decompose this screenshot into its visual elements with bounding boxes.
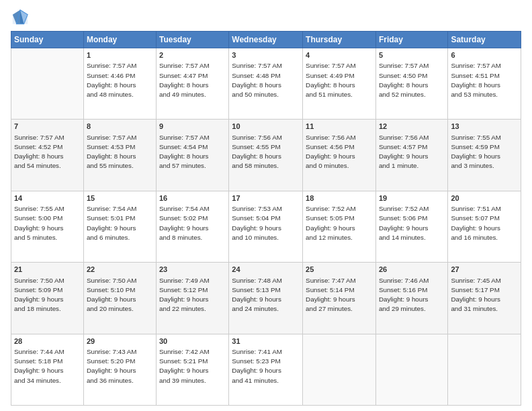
calendar-cell: 23Sunrise: 7:49 AMSunset: 5:12 PMDayligh… xyxy=(156,263,228,334)
day-info: Sunrise: 7:54 AMSunset: 5:02 PMDaylight:… xyxy=(159,204,226,242)
calendar-cell xyxy=(303,334,376,405)
logo xyxy=(11,8,32,27)
day-info: Sunrise: 7:42 AMSunset: 5:21 PMDaylight:… xyxy=(159,347,226,385)
day-number: 3 xyxy=(232,50,300,60)
calendar-cell: 28Sunrise: 7:44 AMSunset: 5:18 PMDayligh… xyxy=(11,334,84,405)
calendar-cell: 22Sunrise: 7:50 AMSunset: 5:10 PMDayligh… xyxy=(83,263,156,334)
day-info: Sunrise: 7:57 AMSunset: 4:47 PMDaylight:… xyxy=(159,61,226,99)
day-number: 9 xyxy=(159,122,226,132)
day-number: 29 xyxy=(87,336,153,347)
calendar-week-row: 7Sunrise: 7:57 AMSunset: 4:52 PMDaylight… xyxy=(11,120,521,191)
day-info: Sunrise: 7:53 AMSunset: 5:04 PMDaylight:… xyxy=(232,204,300,242)
day-number: 25 xyxy=(306,265,373,275)
day-number: 2 xyxy=(159,50,226,60)
calendar-cell: 21Sunrise: 7:50 AMSunset: 5:09 PMDayligh… xyxy=(11,263,84,334)
calendar-cell: 30Sunrise: 7:42 AMSunset: 5:21 PMDayligh… xyxy=(156,334,228,405)
day-info: Sunrise: 7:57 AMSunset: 4:49 PMDaylight:… xyxy=(306,61,373,99)
calendar-header-wednesday: Wednesday xyxy=(229,32,303,48)
calendar-cell: 7Sunrise: 7:57 AMSunset: 4:52 PMDaylight… xyxy=(11,120,84,191)
calendar-cell: 4Sunrise: 7:57 AMSunset: 4:49 PMDaylight… xyxy=(303,48,376,120)
calendar-cell: 5Sunrise: 7:57 AMSunset: 4:50 PMDaylight… xyxy=(375,48,447,120)
day-info: Sunrise: 7:46 AMSunset: 5:16 PMDaylight:… xyxy=(379,276,445,314)
calendar-cell: 6Sunrise: 7:57 AMSunset: 4:51 PMDaylight… xyxy=(448,48,521,120)
day-info: Sunrise: 7:56 AMSunset: 4:55 PMDaylight:… xyxy=(232,133,300,171)
day-info: Sunrise: 7:47 AMSunset: 5:14 PMDaylight:… xyxy=(306,276,373,314)
calendar-cell: 1Sunrise: 7:57 AMSunset: 4:46 PMDaylight… xyxy=(83,48,156,120)
day-info: Sunrise: 7:57 AMSunset: 4:51 PMDaylight:… xyxy=(451,61,518,99)
day-info: Sunrise: 7:49 AMSunset: 5:12 PMDaylight:… xyxy=(159,276,226,314)
day-info: Sunrise: 7:57 AMSunset: 4:50 PMDaylight:… xyxy=(379,61,445,99)
day-number: 11 xyxy=(306,122,373,132)
day-info: Sunrise: 7:51 AMSunset: 5:07 PMDaylight:… xyxy=(451,204,518,242)
calendar-cell: 25Sunrise: 7:47 AMSunset: 5:14 PMDayligh… xyxy=(303,263,376,334)
day-number: 19 xyxy=(379,193,445,203)
day-info: Sunrise: 7:57 AMSunset: 4:48 PMDaylight:… xyxy=(232,61,300,99)
calendar-cell: 12Sunrise: 7:56 AMSunset: 4:57 PMDayligh… xyxy=(375,120,447,191)
day-number: 24 xyxy=(232,265,300,275)
header xyxy=(11,8,521,27)
day-info: Sunrise: 7:45 AMSunset: 5:17 PMDaylight:… xyxy=(451,276,518,314)
calendar-header-friday: Friday xyxy=(375,32,447,48)
day-number: 30 xyxy=(159,336,226,347)
calendar-header-saturday: Saturday xyxy=(448,32,521,48)
day-number: 10 xyxy=(232,122,300,132)
calendar-week-row: 28Sunrise: 7:44 AMSunset: 5:18 PMDayligh… xyxy=(11,334,521,405)
calendar-cell: 31Sunrise: 7:41 AMSunset: 5:23 PMDayligh… xyxy=(229,334,303,405)
calendar-cell: 29Sunrise: 7:43 AMSunset: 5:20 PMDayligh… xyxy=(83,334,156,405)
calendar-cell: 26Sunrise: 7:46 AMSunset: 5:16 PMDayligh… xyxy=(375,263,447,334)
calendar-cell xyxy=(11,48,84,120)
day-info: Sunrise: 7:50 AMSunset: 5:10 PMDaylight:… xyxy=(87,276,153,314)
calendar-cell: 17Sunrise: 7:53 AMSunset: 5:04 PMDayligh… xyxy=(229,191,303,262)
logo-icon xyxy=(11,8,30,27)
day-number: 13 xyxy=(451,122,518,132)
calendar-cell xyxy=(448,334,521,405)
day-number: 23 xyxy=(159,265,226,275)
day-number: 21 xyxy=(14,265,81,275)
day-info: Sunrise: 7:57 AMSunset: 4:46 PMDaylight:… xyxy=(87,61,153,99)
calendar-table: SundayMondayTuesdayWednesdayThursdayFrid… xyxy=(11,31,521,406)
calendar-cell: 2Sunrise: 7:57 AMSunset: 4:47 PMDaylight… xyxy=(156,48,228,120)
calendar-cell: 13Sunrise: 7:55 AMSunset: 4:59 PMDayligh… xyxy=(448,120,521,191)
calendar-header-tuesday: Tuesday xyxy=(156,32,228,48)
day-number: 22 xyxy=(87,265,153,275)
day-number: 27 xyxy=(451,265,518,275)
day-info: Sunrise: 7:55 AMSunset: 5:00 PMDaylight:… xyxy=(14,204,81,242)
day-number: 18 xyxy=(306,193,373,203)
day-number: 4 xyxy=(306,50,373,60)
calendar-header-sunday: Sunday xyxy=(11,32,84,48)
day-number: 26 xyxy=(379,265,445,275)
day-number: 12 xyxy=(379,122,445,132)
calendar-header-row: SundayMondayTuesdayWednesdayThursdayFrid… xyxy=(11,32,521,48)
calendar-cell: 15Sunrise: 7:54 AMSunset: 5:01 PMDayligh… xyxy=(83,191,156,262)
day-info: Sunrise: 7:48 AMSunset: 5:13 PMDaylight:… xyxy=(232,276,300,314)
day-info: Sunrise: 7:57 AMSunset: 4:52 PMDaylight:… xyxy=(14,133,81,171)
calendar-cell: 20Sunrise: 7:51 AMSunset: 5:07 PMDayligh… xyxy=(448,191,521,262)
calendar-cell: 9Sunrise: 7:57 AMSunset: 4:54 PMDaylight… xyxy=(156,120,228,191)
calendar-week-row: 21Sunrise: 7:50 AMSunset: 5:09 PMDayligh… xyxy=(11,263,521,334)
day-info: Sunrise: 7:44 AMSunset: 5:18 PMDaylight:… xyxy=(14,347,81,385)
calendar-cell: 14Sunrise: 7:55 AMSunset: 5:00 PMDayligh… xyxy=(11,191,84,262)
day-info: Sunrise: 7:57 AMSunset: 4:54 PMDaylight:… xyxy=(159,133,226,171)
day-number: 17 xyxy=(232,193,300,203)
day-info: Sunrise: 7:43 AMSunset: 5:20 PMDaylight:… xyxy=(87,347,153,385)
day-info: Sunrise: 7:52 AMSunset: 5:05 PMDaylight:… xyxy=(306,204,373,242)
day-number: 28 xyxy=(14,336,81,347)
day-number: 1 xyxy=(87,50,153,60)
day-info: Sunrise: 7:54 AMSunset: 5:01 PMDaylight:… xyxy=(87,204,153,242)
calendar-cell: 24Sunrise: 7:48 AMSunset: 5:13 PMDayligh… xyxy=(229,263,303,334)
calendar-cell: 3Sunrise: 7:57 AMSunset: 4:48 PMDaylight… xyxy=(229,48,303,120)
calendar-cell: 10Sunrise: 7:56 AMSunset: 4:55 PMDayligh… xyxy=(229,120,303,191)
day-number: 5 xyxy=(379,50,445,60)
day-info: Sunrise: 7:41 AMSunset: 5:23 PMDaylight:… xyxy=(232,347,300,385)
calendar-cell: 11Sunrise: 7:56 AMSunset: 4:56 PMDayligh… xyxy=(303,120,376,191)
day-info: Sunrise: 7:57 AMSunset: 4:53 PMDaylight:… xyxy=(87,133,153,171)
calendar-week-row: 14Sunrise: 7:55 AMSunset: 5:00 PMDayligh… xyxy=(11,191,521,262)
day-info: Sunrise: 7:52 AMSunset: 5:06 PMDaylight:… xyxy=(379,204,445,242)
calendar-cell xyxy=(375,334,447,405)
calendar-header-monday: Monday xyxy=(83,32,156,48)
page: SundayMondayTuesdayWednesdayThursdayFrid… xyxy=(0,0,532,411)
day-info: Sunrise: 7:56 AMSunset: 4:56 PMDaylight:… xyxy=(306,133,373,171)
calendar-cell: 27Sunrise: 7:45 AMSunset: 5:17 PMDayligh… xyxy=(448,263,521,334)
day-info: Sunrise: 7:55 AMSunset: 4:59 PMDaylight:… xyxy=(451,133,518,171)
calendar-cell: 8Sunrise: 7:57 AMSunset: 4:53 PMDaylight… xyxy=(83,120,156,191)
